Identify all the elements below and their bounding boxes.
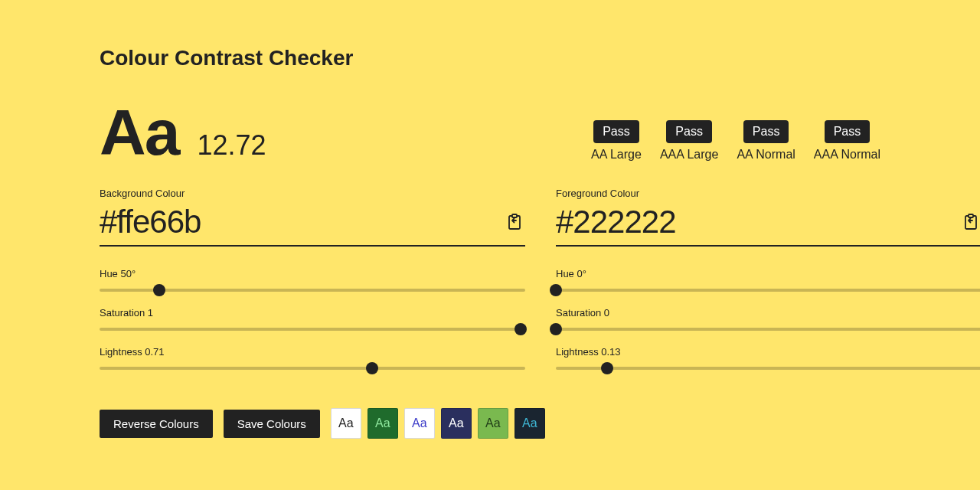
swatch-0[interactable]: Aa [331, 408, 361, 439]
background-hex-input[interactable] [100, 204, 504, 240]
badge-label-aaa-large: AAA Large [660, 148, 719, 162]
badge-aaa-normal: Pass [825, 120, 871, 143]
bg-lightness-label: Lightness 0.71 [100, 346, 525, 358]
save-button[interactable]: Save Colours [224, 410, 320, 438]
swatch-3[interactable]: Aa [441, 408, 472, 439]
foreground-copy-button[interactable] [960, 211, 980, 233]
badge-label-aa-large: AA Large [591, 148, 642, 162]
sample-block: Aa 12.72 [100, 107, 266, 162]
badge-label-aa-normal: AA Normal [737, 148, 795, 162]
foreground-hex-input[interactable] [556, 204, 960, 240]
fg-saturation-label: Saturation 0 [556, 307, 980, 318]
background-label: Background Colour [100, 188, 525, 199]
foreground-column: Foreground Colour Hue 0° Saturation 0 [556, 188, 980, 385]
bg-hue-label: Hue 50° [100, 268, 525, 279]
fg-lightness-label: Lightness 0.13 [556, 346, 980, 358]
bg-hue-slider[interactable] [100, 284, 525, 296]
swatch-1[interactable]: Aa [368, 408, 398, 439]
bg-saturation-slider[interactable] [100, 323, 525, 335]
background-copy-button[interactable] [504, 211, 525, 233]
compliance-badges: Pass AA Large Pass AAA Large Pass AA Nor… [591, 120, 880, 162]
page-title: Colour Contrast Checker [100, 46, 880, 70]
background-column: Background Colour Hue 50° Saturation 1 [100, 188, 525, 385]
bg-lightness-slider[interactable] [100, 362, 525, 374]
badge-aa-normal: Pass [743, 120, 789, 143]
fg-hue-label: Hue 0° [556, 268, 980, 279]
contrast-ratio: 12.72 [197, 129, 266, 162]
sample-text: Aa [100, 107, 178, 158]
fg-lightness-slider[interactable] [556, 362, 980, 374]
badge-aaa-large: Pass [666, 120, 712, 143]
svg-rect-1 [512, 214, 517, 217]
clipboard-icon [507, 214, 522, 230]
badge-label-aaa-normal: AAA Normal [814, 148, 880, 162]
badge-aa-large: Pass [593, 120, 639, 143]
reverse-button[interactable]: Reverse Colours [100, 410, 213, 438]
bg-saturation-label: Saturation 1 [100, 307, 525, 318]
fg-saturation-slider[interactable] [556, 323, 980, 335]
saved-swatches: Aa Aa Aa Aa Aa Aa [331, 408, 545, 439]
clipboard-icon [963, 214, 978, 230]
swatch-5[interactable]: Aa [514, 408, 545, 439]
fg-hue-slider[interactable] [556, 284, 980, 296]
swatch-4[interactable]: Aa [478, 408, 508, 439]
svg-rect-3 [969, 214, 973, 217]
foreground-label: Foreground Colour [556, 188, 980, 199]
swatch-2[interactable]: Aa [404, 408, 435, 439]
